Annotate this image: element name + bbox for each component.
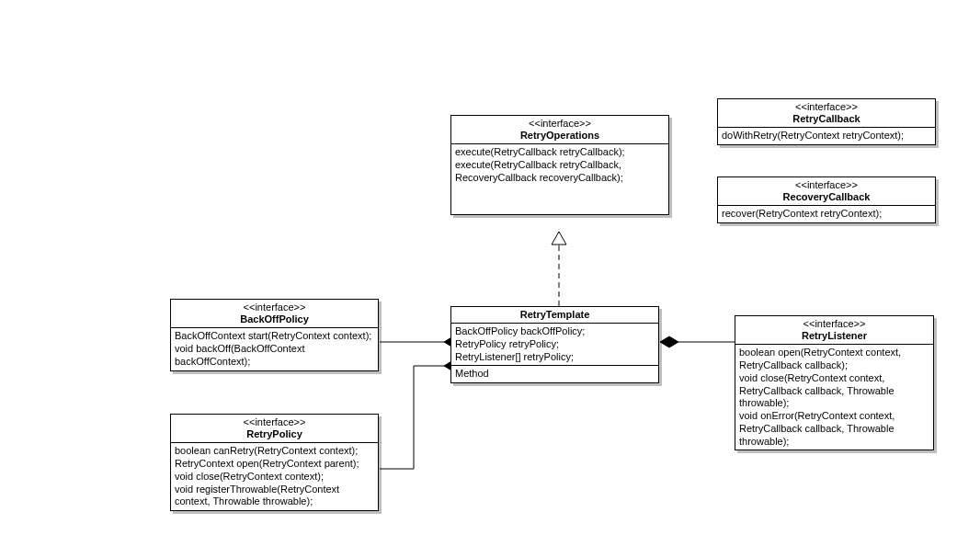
class-name: RetryOperations <box>455 130 665 142</box>
operation: void onError(RetryContext context, <box>739 410 929 423</box>
stereotype-label: <<interface>> <box>455 118 665 130</box>
class-retry-operations: <<interface>> RetryOperations execute(Re… <box>450 115 669 215</box>
operation: backOffContext); <box>175 356 374 369</box>
operations-compartment: boolean open(RetryContext context, Retry… <box>735 345 933 450</box>
class-name: RecoveryCallback <box>722 191 931 203</box>
attribute: BackOffPolicy backOffPolicy; <box>455 325 655 338</box>
operation: boolean canRetry(RetryContext context); <box>175 445 374 458</box>
svg-marker-8 <box>660 336 678 347</box>
stereotype-label: <<interface>> <box>722 179 931 191</box>
stereotype-label: <<interface>> <box>175 302 374 313</box>
operations-compartment: boolean canRetry(RetryContext context); … <box>171 443 378 510</box>
attributes-compartment: BackOffPolicy backOffPolicy; RetryPolicy… <box>451 324 658 366</box>
operation: void close(RetryContext context, <box>739 372 929 385</box>
class-header: <<interface>> RetryPolicy <box>171 415 378 443</box>
class-header: <<interface>> RetryListener <box>735 316 933 345</box>
operation: BackOffContext start(RetryContext contex… <box>175 330 374 343</box>
class-header: RetryTemplate <box>451 307 658 324</box>
class-name: BackOffPolicy <box>175 313 374 325</box>
class-header: <<interface>> BackOffPolicy <box>171 300 378 328</box>
class-name: RetryTemplate <box>455 309 655 321</box>
stereotype-label: <<interface>> <box>739 318 929 330</box>
stereotype-label: <<interface>> <box>722 101 931 113</box>
class-name: RetryPolicy <box>175 428 374 440</box>
operation: RetryCallback callback, Throwable <box>739 385 929 398</box>
class-name: RetryListener <box>739 330 929 342</box>
attribute: RetryListener[] retryPolicy; <box>455 351 655 364</box>
class-backoff-policy: <<interface>> BackOffPolicy BackOffConte… <box>170 299 379 371</box>
class-retry-policy: <<interface>> RetryPolicy boolean canRet… <box>170 414 379 511</box>
operation: RetryContext open(RetryContext parent); <box>175 458 374 471</box>
class-retry-callback: <<interface>> RetryCallback doWithRetry(… <box>717 98 936 145</box>
operation: void backOff(BackOffContext <box>175 343 374 356</box>
svg-marker-1 <box>552 232 566 245</box>
operations-compartment: doWithRetry(RetryContext retryContext); <box>718 128 935 144</box>
uml-connectors <box>0 0 980 535</box>
operations-compartment: recover(RetryContext retryContext); <box>718 206 935 222</box>
class-header: <<interface>> RecoveryCallback <box>718 177 935 206</box>
operation: RetryCallback callback, Throwable <box>739 423 929 436</box>
operation: throwable); <box>739 397 929 410</box>
class-retry-listener: <<interface>> RetryListener boolean open… <box>735 315 934 450</box>
class-retry-template: RetryTemplate BackOffPolicy backOffPolic… <box>450 306 659 383</box>
operation: Method <box>455 368 655 381</box>
operations-compartment: Method <box>451 366 658 382</box>
operation: throwable); <box>739 436 929 449</box>
class-recovery-callback: <<interface>> RecoveryCallback recover(R… <box>717 176 936 223</box>
operations-compartment: BackOffContext start(RetryContext contex… <box>171 328 378 370</box>
operation: void close(RetryContext context); <box>175 471 374 484</box>
operation: boolean open(RetryContext context, <box>739 347 929 359</box>
class-header: <<interface>> RetryOperations <box>451 116 668 144</box>
operations-compartment: execute(RetryCallback retryCallback); ex… <box>451 144 668 213</box>
operation: recover(RetryContext retryContext); <box>722 208 931 221</box>
operation: execute(RetryCallback retryCallback); <box>455 146 665 159</box>
operation: context, Throwable throwable); <box>175 495 374 508</box>
operation: void registerThrowable(RetryContext <box>175 484 374 496</box>
operation: RecoveryCallback recoveryCallback); <box>455 172 665 185</box>
class-header: <<interface>> RetryCallback <box>718 99 935 128</box>
operation: RetryCallback callback); <box>739 359 929 372</box>
attribute: RetryPolicy retryPolicy; <box>455 338 655 351</box>
operation: doWithRetry(RetryContext retryContext); <box>722 130 931 142</box>
operation: execute(RetryCallback retryCallback, <box>455 159 665 172</box>
class-name: RetryCallback <box>722 113 931 125</box>
stereotype-label: <<interface>> <box>175 416 374 428</box>
